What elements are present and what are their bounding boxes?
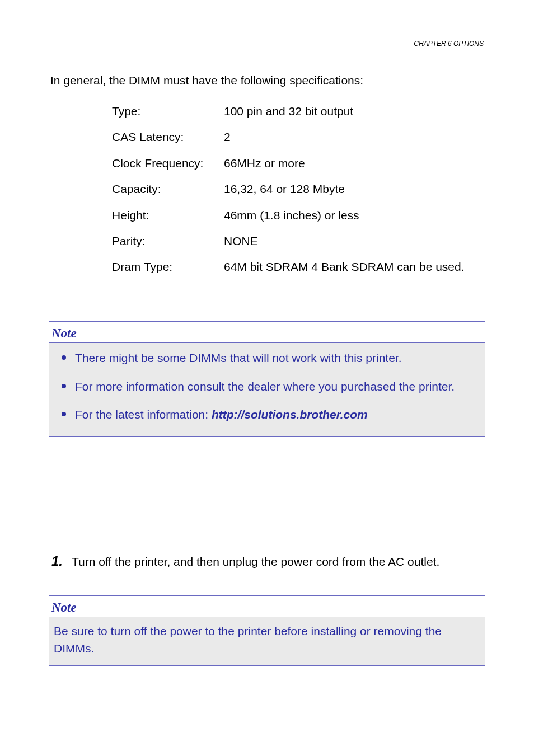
step-number: 1.	[50, 553, 72, 570]
spec-label: Height:	[112, 207, 224, 224]
spec-label: Dram Type:	[112, 259, 224, 275]
note-block-1: Note There might be some DIMMs that will…	[49, 321, 485, 437]
spec-label: Clock Frequency:	[112, 155, 224, 172]
note-text: Be sure to turn off the power to the pri…	[54, 624, 442, 654]
note-item-text: For more information consult the dealer …	[75, 380, 455, 393]
spacer	[50, 442, 484, 553]
note-rule	[49, 595, 485, 596]
note-body: Be sure to turn off the power to the pri…	[49, 617, 485, 665]
running-header: CHAPTER 6 OPTIONS	[50, 39, 484, 49]
spec-row: Capacity: 16,32, 64 or 128 Mbyte	[112, 181, 484, 198]
note-item-text: There might be some DIMMs that will not …	[75, 351, 402, 364]
spec-row: Type: 100 pin and 32 bit output	[112, 103, 484, 120]
note-rule	[49, 665, 485, 666]
step-text: Turn off the printer, and then unplug th…	[72, 553, 484, 570]
spec-row: Height: 46mm (1.8 inches) or less	[112, 207, 484, 224]
note-item: There might be some DIMMs that will not …	[58, 344, 476, 372]
spec-label: Capacity:	[112, 181, 224, 198]
spec-value: NONE	[224, 233, 484, 250]
page: CHAPTER 6 OPTIONS In general, the DIMM m…	[0, 0, 534, 756]
note-rule	[49, 321, 485, 322]
spec-row: Clock Frequency: 66MHz or more	[112, 155, 484, 172]
note-item: For more information consult the dealer …	[58, 373, 476, 401]
spec-value: 64M bit SDRAM 4 Bank SDRAM can be used.	[224, 259, 484, 275]
spec-value: 16,32, 64 or 128 Mbyte	[224, 181, 484, 198]
step-row: 1. Turn off the printer, and then unplug…	[50, 553, 484, 570]
note-title: Note	[49, 597, 485, 617]
spec-row: Dram Type: 64M bit SDRAM 4 Bank SDRAM ca…	[112, 259, 484, 275]
intro-text: In general, the DIMM must have the follo…	[50, 72, 484, 89]
note-block-2: Note Be sure to turn off the power to th…	[49, 595, 485, 666]
note-link[interactable]: http://solutions.brother.com	[212, 408, 368, 421]
note-body: There might be some DIMMs that will not …	[49, 343, 485, 435]
spec-label: CAS Latency:	[112, 129, 224, 145]
spacer	[50, 670, 484, 756]
note-item-prefix: For the latest information:	[75, 408, 212, 421]
spec-row: Parity: NONE	[112, 233, 484, 250]
spec-label: Parity:	[112, 233, 224, 250]
spec-value: 46mm (1.8 inches) or less	[224, 207, 484, 224]
spec-value: 2	[224, 129, 484, 145]
spec-value: 66MHz or more	[224, 155, 484, 172]
note-item: For the latest information: http://solut…	[58, 401, 476, 429]
note-title: Note	[49, 323, 485, 342]
spec-row: CAS Latency: 2	[112, 129, 484, 145]
spec-label: Type:	[112, 103, 224, 120]
note-rule	[49, 436, 485, 437]
spec-table: Type: 100 pin and 32 bit output CAS Late…	[112, 103, 484, 276]
spec-value: 100 pin and 32 bit output	[224, 103, 484, 120]
